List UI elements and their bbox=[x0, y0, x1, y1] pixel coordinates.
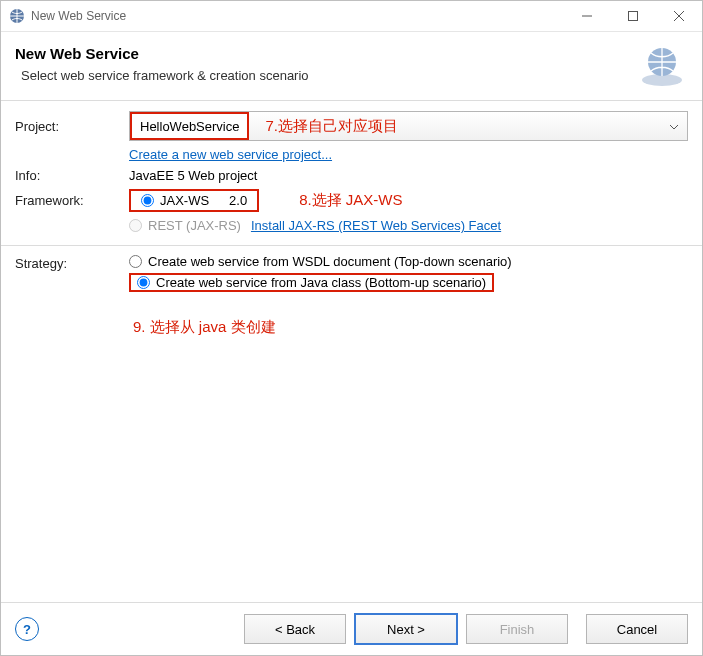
framework-jaxws-version: 2.0 bbox=[221, 193, 247, 208]
wizard-heading: New Web Service bbox=[15, 45, 638, 62]
annotation-7: 7.选择自己对应项目 bbox=[265, 117, 398, 136]
annotation-8: 8.选择 JAX-WS bbox=[299, 191, 402, 210]
strategy-bottomup-label: Create web service from Java class (Bott… bbox=[156, 275, 486, 290]
wizard-banner-icon bbox=[638, 40, 686, 88]
next-button[interactable]: Next > bbox=[354, 613, 458, 645]
framework-label: Framework: bbox=[15, 193, 125, 208]
project-selected-value: HelloWebService bbox=[130, 112, 249, 140]
wizard-footer: ? < Back Next > Finish Cancel bbox=[1, 602, 702, 655]
framework-rest-radio[interactable]: REST (JAX-RS) bbox=[129, 218, 241, 233]
titlebar: New Web Service bbox=[1, 1, 702, 32]
back-button[interactable]: < Back bbox=[244, 614, 346, 644]
framework-rest-label: REST (JAX-RS) bbox=[148, 218, 241, 233]
wizard-subheading: Select web service framework & creation … bbox=[21, 68, 638, 83]
info-label: Info: bbox=[15, 168, 125, 183]
chevron-down-icon bbox=[669, 120, 679, 135]
strategy-topdown-radio[interactable]: Create web service from WSDL document (T… bbox=[129, 254, 688, 269]
framework-jaxws-radio[interactable]: JAX-WS bbox=[141, 193, 209, 208]
app-icon bbox=[9, 8, 25, 24]
project-select[interactable]: HelloWebService 7.选择自己对应项目 bbox=[129, 111, 688, 141]
create-project-link[interactable]: Create a new web service project... bbox=[129, 147, 332, 162]
cancel-button[interactable]: Cancel bbox=[586, 614, 688, 644]
close-button[interactable] bbox=[656, 1, 702, 31]
annotation-9: 9. 选择从 java 类创建 bbox=[133, 318, 688, 337]
info-value: JavaEE 5 Web project bbox=[129, 168, 688, 183]
svg-rect-1 bbox=[629, 12, 638, 21]
maximize-button[interactable] bbox=[610, 1, 656, 31]
install-jaxrs-link[interactable]: Install JAX-RS (REST Web Services) Facet bbox=[251, 218, 501, 233]
project-label: Project: bbox=[15, 119, 125, 134]
finish-button[interactable]: Finish bbox=[466, 614, 568, 644]
strategy-topdown-label: Create web service from WSDL document (T… bbox=[148, 254, 512, 269]
help-icon[interactable]: ? bbox=[15, 617, 39, 641]
framework-jaxws-label: JAX-WS bbox=[160, 193, 209, 208]
minimize-button[interactable] bbox=[564, 1, 610, 31]
window-title: New Web Service bbox=[31, 9, 126, 23]
wizard-banner: New Web Service Select web service frame… bbox=[1, 32, 702, 101]
strategy-bottomup-radio[interactable]: Create web service from Java class (Bott… bbox=[137, 275, 486, 290]
strategy-label: Strategy: bbox=[15, 254, 125, 271]
